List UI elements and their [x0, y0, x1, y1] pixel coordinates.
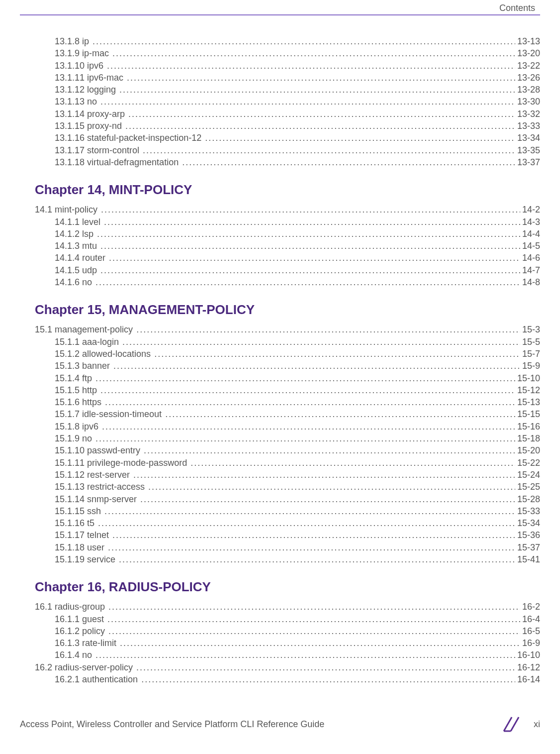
toc-entry-label: 15.1.12 rest-server	[55, 470, 133, 480]
toc-entry[interactable]: 15.1.18 user 15-37	[55, 541, 540, 553]
toc-entry[interactable]: 15.1.12 rest-server 15-24	[55, 469, 540, 481]
toc-entry-label: 16.1 radius-group	[35, 602, 108, 612]
page-footer: Access Point, Wireless Controller and Se…	[20, 714, 540, 734]
toc-entry[interactable]: 15.1.6 https 15-13	[55, 396, 540, 408]
toc-entry-page: 15-33	[515, 505, 540, 517]
toc-entry[interactable]: 15.1.7 idle-session-timeout 15-15	[55, 408, 540, 420]
toc-entry-label: 13.1.10 ipv6	[55, 61, 107, 71]
toc-entry-page: 15-41	[515, 553, 540, 565]
toc-entry-label: 13.1.17 storm-control	[55, 145, 143, 155]
toc-entry-label: 14.1 mint-policy	[35, 205, 101, 215]
toc-entry[interactable]: 14.1 mint-policy 14-2	[35, 204, 540, 215]
toc-entry[interactable]: 16.1 radius-group 16-2	[35, 601, 540, 613]
toc-entry-label: 13.1.11 ipv6-mac	[55, 73, 127, 83]
toc-entry-page: 15-22	[515, 457, 540, 469]
chapter-heading[interactable]: Chapter 14, MINT-POLICY	[35, 182, 540, 198]
toc-entry-page: 13-33	[515, 120, 540, 132]
toc-entry[interactable]: 15.1.5 http 15-12	[55, 384, 540, 396]
toc-entry[interactable]: 15.1.17 telnet 15-36	[55, 529, 540, 541]
toc-entry[interactable]: 16.1.4 no 16-10	[55, 649, 540, 661]
toc-entry[interactable]: 15.1.11 privilege-mode-password 15-22	[55, 457, 540, 469]
toc-entry-label: 13.1.9 ip-mac	[55, 48, 112, 58]
toc-entry[interactable]: 13.1.17 storm-control 13-35	[55, 144, 540, 156]
toc-entry[interactable]: 14.1.3 mtu 14-5	[55, 240, 540, 252]
toc-entry[interactable]: 13.1.14 proxy-arp 13-32	[55, 108, 540, 120]
toc-entry[interactable]: 15.1.1 aaa-login 15-5	[55, 336, 540, 348]
toc-entry[interactable]: 15.1.8 ipv6 15-16	[55, 421, 540, 432]
toc-entry[interactable]: 15.1.4 ftp 15-10	[55, 372, 540, 384]
toc-entry[interactable]: 15.1.9 no 15-18	[55, 432, 540, 444]
toc-entry-page: 15-25	[515, 481, 540, 493]
toc-entry-label: 16.1.3 rate-limit	[55, 638, 120, 648]
toc-entry[interactable]: 15.1.3 banner 15-9	[55, 360, 540, 372]
toc-entry-label: 15.1.7 idle-session-timeout	[55, 409, 165, 419]
toc-entry-page: 15-3	[520, 323, 540, 335]
toc-entry-page: 14-2	[520, 204, 540, 215]
header-rule	[20, 14, 540, 15]
toc-entry[interactable]: 14.1.5 udp 14-7	[55, 264, 540, 276]
toc-entry[interactable]: 15.1.13 restrict-access 15-25	[55, 481, 540, 493]
logo-slash-icon	[501, 714, 525, 734]
toc-entry-page: 14-5	[520, 240, 540, 252]
toc-entry[interactable]: 13.1.11 ipv6-mac 13-26	[55, 72, 540, 84]
toc-entry-label: 16.2 radius-server-policy	[35, 662, 136, 672]
toc-entry-page: 16-5	[520, 625, 540, 637]
toc-continuation: 13.1.8 ip 13-1313.1.9 ip-mac 13-2013.1.1…	[35, 35, 540, 168]
toc-entry-label: 16.2.1 authentication	[55, 674, 141, 684]
footer-right: xi	[501, 714, 540, 734]
toc-entry-page: 16-12	[515, 661, 540, 673]
toc-entry[interactable]: 13.1.12 logging 13-28	[55, 84, 540, 96]
chapter-block: 14.1 mint-policy 14-214.1.1 level 14-314…	[35, 204, 540, 288]
toc-entry-label: 15.1.15 ssh	[55, 506, 104, 516]
toc-entry-page: 13-32	[515, 108, 540, 120]
toc-entry[interactable]: 13.1.9 ip-mac 13-20	[55, 47, 540, 59]
toc-entry-label: 14.1.5 udp	[55, 265, 100, 275]
toc-entry-label: 16.1.2 policy	[55, 626, 108, 636]
toc-entry[interactable]: 15.1.14 snmp-server 15-28	[55, 493, 540, 505]
toc-entry[interactable]: 15.1.19 service 15-41	[55, 553, 540, 565]
toc-entry-label: 13.1.18 virtual-defragmentation	[55, 157, 182, 167]
toc-entry[interactable]: 15.1 management-policy 15-3	[35, 323, 540, 335]
toc-entry-label: 15.1 management-policy	[35, 324, 136, 334]
toc-entry-label: 16.1.1 guest	[55, 614, 107, 624]
toc-entry-label: 15.1.5 http	[55, 385, 100, 395]
toc-entry-page: 13-20	[515, 47, 540, 59]
toc-entry[interactable]: 15.1.16 t5 15-34	[55, 517, 540, 529]
toc-entry-page: 15-34	[515, 517, 540, 529]
chapter-heading[interactable]: Chapter 15, MANAGEMENT-POLICY	[35, 302, 540, 318]
toc-entry-page: 14-4	[520, 228, 540, 240]
toc-entry-page: 15-13	[515, 396, 540, 408]
toc-entry[interactable]: 14.1.1 level 14-3	[55, 216, 540, 228]
toc-entry[interactable]: 16.2 radius-server-policy 16-12	[35, 661, 540, 673]
toc-entry-page: 16-2	[520, 601, 540, 613]
toc-entry-page: 13-22	[515, 60, 540, 72]
toc-entry[interactable]: 14.1.2 lsp 14-4	[55, 228, 540, 240]
toc-entry[interactable]: 13.1.13 no 13-30	[55, 96, 540, 108]
toc-entry[interactable]: 13.1.10 ipv6 13-22	[55, 60, 540, 72]
toc-entry-page: 14-6	[520, 252, 540, 264]
toc-entry[interactable]: 13.1.16 stateful-packet-inspection-12 13…	[55, 132, 540, 144]
running-header-text: Contents	[499, 3, 535, 13]
toc-entry[interactable]: 13.1.15 proxy-nd 13-33	[55, 120, 540, 132]
toc-entry[interactable]: 13.1.18 virtual-defragmentation 13-37	[55, 156, 540, 168]
chapter-heading[interactable]: Chapter 16, RADIUS-POLICY	[35, 579, 540, 595]
toc-entry[interactable]: 16.1.3 rate-limit 16-9	[55, 637, 540, 649]
toc-entry[interactable]: 14.1.4 router 14-6	[55, 252, 540, 264]
toc-entry[interactable]: 13.1.8 ip 13-13	[55, 35, 540, 47]
toc-entry-page: 13-13	[515, 35, 540, 47]
toc-entry[interactable]: 15.1.2 allowed-locations 15-7	[55, 348, 540, 360]
toc-entry-page: 15-37	[515, 541, 540, 553]
toc-entry[interactable]: 15.1.15 ssh 15-33	[55, 505, 540, 517]
toc-entry[interactable]: 16.1.2 policy 16-5	[55, 625, 540, 637]
toc-entry[interactable]: 14.1.6 no 14-8	[55, 276, 540, 288]
toc-entry-page: 15-9	[520, 360, 540, 372]
toc-entry-page: 15-36	[515, 529, 540, 541]
toc-entry-page: 15-15	[515, 408, 540, 420]
toc-entry[interactable]: 16.1.1 guest 16-4	[55, 613, 540, 625]
toc-entry[interactable]: 15.1.10 passwd-entry 15-20	[55, 444, 540, 456]
toc-body: 13.1.8 ip 13-1313.1.9 ip-mac 13-2013.1.1…	[20, 35, 540, 685]
toc-entry-label: 13.1.8 ip	[55, 36, 93, 46]
toc-entry[interactable]: 16.2.1 authentication 16-14	[55, 673, 540, 685]
toc-entry-label: 15.1.8 ipv6	[55, 422, 102, 431]
toc-entry-page: 14-8	[520, 276, 540, 288]
